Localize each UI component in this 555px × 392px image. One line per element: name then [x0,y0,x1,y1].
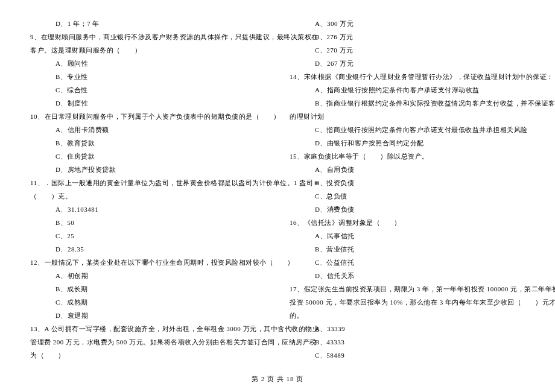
option: A、顾问性 [30,57,265,70]
option: D、由银行和客户按照合同约定分配 [290,136,525,150]
left-column: D、1 年；7 年 9、在理财顾问服务中，商业银行不涉及客户财务资源的具体操作，… [30,17,265,362]
question-stem: 11、．国际上一般通用的黄金计量单位为盎司，世界黄金价格都是以盎司为计价单位。1… [30,176,265,189]
option: D、消费负债 [290,203,525,216]
question-stem: 10、在日常理财顾问服务中，下列属于个人资产负债表中的短期负债的是（ ） [30,110,265,123]
option: C、指商业银行按照约定条件向客户承诺支付最低收益并承担相关风险 [290,123,525,136]
question-stem: 14、宋体根据《商业银行个人理财业务管理暂行办法》，保证收益理财计划中的保证：（… [290,70,525,83]
option: B、276 万元 [290,30,525,43]
option: B、教育贷款 [30,136,265,150]
option: C、成熟期 [30,296,265,309]
question-stem: 客户。这是理财顾问服务的（ ） [30,43,265,57]
option: D、信托关系 [290,269,525,282]
option: D、267 万元 [290,57,525,70]
option: A、33339 [290,322,525,335]
option: D、衰退期 [30,309,265,322]
question-stem: 投资 50000 元，年要求回报率为 10%，那么他在 3 年内每年年末至少收回… [290,296,525,309]
option: D、28.35 [30,242,265,256]
option: A、300 万元 [290,17,525,30]
option: B、43333 [290,335,525,349]
question-stem: 为（ ） [30,349,265,362]
option: B、指商业银行根据约定条件和实际投资收益情况向客户支付收益，并不保证客户本金安全 [290,96,525,110]
option: A、信用卡消费额 [30,123,265,136]
question-stem: 16、《信托法》调整对象是（ ） [290,216,525,229]
option: A、指商业银行按照约定条件向客户承诺支付浮动收益 [290,83,525,96]
option: C、25 [30,229,265,242]
option: D、制度性 [30,96,265,110]
question-stem: 15、家庭负债比率等于（ ）除以总资产。 [290,150,525,163]
option: A、31.103481 [30,203,265,216]
option: A、民事信托 [290,229,525,242]
option: C、270 万元 [290,43,525,57]
question-stem: 17、假定张先生当前投资某项目，期限为 3 年，第一年年初投资 100000 元… [290,282,525,296]
option: A、初创期 [30,269,265,282]
question-stem: （ ）克。 [30,189,265,203]
option: D、房地产投资贷款 [30,163,265,176]
option: C、住房贷款 [30,150,265,163]
option: B、50 [30,216,265,229]
question-stem: 9、在理财顾问服务中，商业银行不涉及客户财务资源的具体操作，只提供建议，最终决策… [30,30,265,43]
question-stem: 管理费 200 万元，水电费为 500 万元。如果将各项收入分别由各相关方签订合… [30,335,265,349]
option: C、综合性 [30,83,265,96]
question-stem: 13、A 公司拥有一写字楼，配套设施齐全，对外出租，全年租金 3000 万元，其… [30,322,265,335]
option: A、自用负债 [290,163,525,176]
option: C、58489 [290,349,525,362]
option: B、成长期 [30,282,265,296]
page-content: D、1 年；7 年 9、在理财顾问服务中，商业银行不涉及客户财务资源的具体操作，… [30,17,525,362]
option: B、专业性 [30,70,265,83]
option-cont: 的理财计划 [290,110,525,123]
question-stem: 的。 [290,309,525,322]
option: B、营业信托 [290,242,525,256]
page-footer: 第 2 页 共 18 页 [0,375,555,384]
option: D、1 年；7 年 [30,17,265,30]
option: C、公益信托 [290,256,525,269]
question-stem: 12、一般情况下，某类企业处在以下哪个行业生命周期时，投资风险相对较小（ ） [30,256,265,269]
right-column: A、300 万元 B、276 万元 C、270 万元 D、267 万元 14、宋… [290,17,525,362]
option: B、投资负债 [290,176,525,189]
option: C、总负债 [290,189,525,203]
